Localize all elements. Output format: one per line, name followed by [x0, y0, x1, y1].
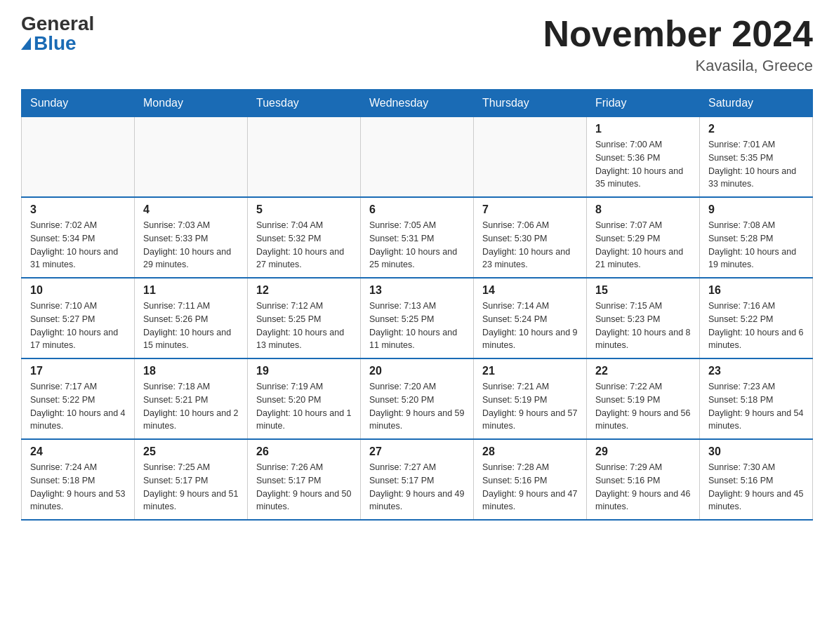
cell-info: Sunrise: 7:19 AM Sunset: 5:20 PM Dayligh…	[256, 380, 352, 433]
calendar-cell: 6Sunrise: 7:05 AM Sunset: 5:31 PM Daylig…	[361, 197, 474, 278]
calendar-cell: 3Sunrise: 7:02 AM Sunset: 5:34 PM Daylig…	[22, 197, 135, 278]
day-number: 21	[482, 365, 578, 377]
day-number: 8	[595, 203, 691, 216]
cell-info: Sunrise: 7:07 AM Sunset: 5:29 PM Dayligh…	[595, 219, 691, 271]
calendar-cell: 5Sunrise: 7:04 AM Sunset: 5:32 PM Daylig…	[248, 197, 361, 278]
day-number: 16	[708, 284, 804, 297]
calendar-cell	[361, 117, 474, 198]
day-number: 3	[30, 203, 126, 216]
calendar-cell: 29Sunrise: 7:29 AM Sunset: 5:16 PM Dayli…	[587, 439, 700, 520]
day-number: 10	[30, 284, 126, 297]
calendar-table: SundayMondayTuesdayWednesdayThursdayFrid…	[21, 89, 813, 521]
cell-info: Sunrise: 7:02 AM Sunset: 5:34 PM Dayligh…	[30, 219, 126, 271]
day-number: 26	[256, 445, 352, 458]
calendar-cell: 11Sunrise: 7:11 AM Sunset: 5:26 PM Dayli…	[135, 278, 248, 358]
calendar-cell: 30Sunrise: 7:30 AM Sunset: 5:16 PM Dayli…	[700, 439, 813, 520]
cell-info: Sunrise: 7:28 AM Sunset: 5:16 PM Dayligh…	[482, 461, 578, 514]
calendar-cell: 1Sunrise: 7:00 AM Sunset: 5:36 PM Daylig…	[587, 117, 700, 198]
day-number: 2	[708, 123, 804, 135]
calendar-cell: 25Sunrise: 7:25 AM Sunset: 5:17 PM Dayli…	[135, 439, 248, 520]
calendar-cell: 9Sunrise: 7:08 AM Sunset: 5:28 PM Daylig…	[700, 197, 813, 278]
day-number: 11	[143, 284, 239, 297]
day-number: 13	[369, 284, 465, 297]
calendar-cell: 17Sunrise: 7:17 AM Sunset: 5:22 PM Dayli…	[22, 358, 135, 439]
day-number: 1	[595, 123, 691, 135]
header: General Blue November 2024 Kavasila, Gre…	[21, 14, 813, 75]
cell-info: Sunrise: 7:16 AM Sunset: 5:22 PM Dayligh…	[708, 300, 804, 352]
calendar-cell: 18Sunrise: 7:18 AM Sunset: 5:21 PM Dayli…	[135, 358, 248, 439]
month-title: November 2024	[543, 14, 813, 54]
cell-info: Sunrise: 7:05 AM Sunset: 5:31 PM Dayligh…	[369, 219, 465, 271]
week-row-4: 17Sunrise: 7:17 AM Sunset: 5:22 PM Dayli…	[22, 358, 813, 439]
cell-info: Sunrise: 7:22 AM Sunset: 5:19 PM Dayligh…	[595, 380, 691, 433]
calendar-header: SundayMondayTuesdayWednesdayThursdayFrid…	[22, 90, 813, 117]
calendar-cell: 2Sunrise: 7:01 AM Sunset: 5:35 PM Daylig…	[700, 117, 813, 198]
cell-info: Sunrise: 7:24 AM Sunset: 5:18 PM Dayligh…	[30, 461, 126, 514]
cell-info: Sunrise: 7:04 AM Sunset: 5:32 PM Dayligh…	[256, 219, 352, 271]
day-number: 25	[143, 445, 239, 458]
day-number: 23	[708, 365, 804, 377]
cell-info: Sunrise: 7:01 AM Sunset: 5:35 PM Dayligh…	[708, 138, 804, 191]
day-number: 9	[708, 203, 804, 216]
week-row-2: 3Sunrise: 7:02 AM Sunset: 5:34 PM Daylig…	[22, 197, 813, 278]
calendar-cell: 23Sunrise: 7:23 AM Sunset: 5:18 PM Dayli…	[700, 358, 813, 439]
header-day-sunday: Sunday	[22, 90, 135, 117]
day-number: 27	[369, 445, 465, 458]
cell-info: Sunrise: 7:26 AM Sunset: 5:17 PM Dayligh…	[256, 461, 352, 514]
day-number: 22	[595, 365, 691, 377]
cell-info: Sunrise: 7:06 AM Sunset: 5:30 PM Dayligh…	[482, 219, 578, 271]
cell-info: Sunrise: 7:29 AM Sunset: 5:16 PM Dayligh…	[595, 461, 691, 514]
week-row-1: 1Sunrise: 7:00 AM Sunset: 5:36 PM Daylig…	[22, 117, 813, 198]
calendar-body: 1Sunrise: 7:00 AM Sunset: 5:36 PM Daylig…	[22, 117, 813, 521]
header-day-friday: Friday	[587, 90, 700, 117]
cell-info: Sunrise: 7:12 AM Sunset: 5:25 PM Dayligh…	[256, 300, 352, 352]
location: Kavasila, Greece	[543, 57, 813, 75]
cell-info: Sunrise: 7:08 AM Sunset: 5:28 PM Dayligh…	[708, 219, 804, 271]
day-number: 20	[369, 365, 465, 377]
day-number: 14	[482, 284, 578, 297]
calendar-cell	[135, 117, 248, 198]
day-number: 7	[482, 203, 578, 216]
logo-triangle-icon	[21, 37, 31, 50]
cell-info: Sunrise: 7:21 AM Sunset: 5:19 PM Dayligh…	[482, 380, 578, 433]
day-number: 6	[369, 203, 465, 216]
calendar-cell: 12Sunrise: 7:12 AM Sunset: 5:25 PM Dayli…	[248, 278, 361, 358]
cell-info: Sunrise: 7:30 AM Sunset: 5:16 PM Dayligh…	[708, 461, 804, 514]
calendar-cell: 16Sunrise: 7:16 AM Sunset: 5:22 PM Dayli…	[700, 278, 813, 358]
calendar-cell: 14Sunrise: 7:14 AM Sunset: 5:24 PM Dayli…	[474, 278, 587, 358]
calendar-cell: 24Sunrise: 7:24 AM Sunset: 5:18 PM Dayli…	[22, 439, 135, 520]
calendar-cell: 26Sunrise: 7:26 AM Sunset: 5:17 PM Dayli…	[248, 439, 361, 520]
calendar-cell	[22, 117, 135, 198]
day-number: 17	[30, 365, 126, 377]
cell-info: Sunrise: 7:18 AM Sunset: 5:21 PM Dayligh…	[143, 380, 239, 433]
day-number: 29	[595, 445, 691, 458]
cell-info: Sunrise: 7:10 AM Sunset: 5:27 PM Dayligh…	[30, 300, 126, 352]
calendar-cell: 22Sunrise: 7:22 AM Sunset: 5:19 PM Dayli…	[587, 358, 700, 439]
day-number: 18	[143, 365, 239, 377]
header-day-thursday: Thursday	[474, 90, 587, 117]
day-number: 15	[595, 284, 691, 297]
calendar-cell: 20Sunrise: 7:20 AM Sunset: 5:20 PM Dayli…	[361, 358, 474, 439]
calendar-cell: 19Sunrise: 7:19 AM Sunset: 5:20 PM Dayli…	[248, 358, 361, 439]
cell-info: Sunrise: 7:13 AM Sunset: 5:25 PM Dayligh…	[369, 300, 465, 352]
calendar-cell: 8Sunrise: 7:07 AM Sunset: 5:29 PM Daylig…	[587, 197, 700, 278]
day-number: 24	[30, 445, 126, 458]
day-number: 30	[708, 445, 804, 458]
cell-info: Sunrise: 7:17 AM Sunset: 5:22 PM Dayligh…	[30, 380, 126, 433]
week-row-3: 10Sunrise: 7:10 AM Sunset: 5:27 PM Dayli…	[22, 278, 813, 358]
calendar-cell: 13Sunrise: 7:13 AM Sunset: 5:25 PM Dayli…	[361, 278, 474, 358]
cell-info: Sunrise: 7:23 AM Sunset: 5:18 PM Dayligh…	[708, 380, 804, 433]
cell-info: Sunrise: 7:11 AM Sunset: 5:26 PM Dayligh…	[143, 300, 239, 352]
calendar-cell	[474, 117, 587, 198]
day-number: 5	[256, 203, 352, 216]
calendar-cell: 10Sunrise: 7:10 AM Sunset: 5:27 PM Dayli…	[22, 278, 135, 358]
logo-general-text: General	[21, 14, 94, 34]
cell-info: Sunrise: 7:20 AM Sunset: 5:20 PM Dayligh…	[369, 380, 465, 433]
cell-info: Sunrise: 7:14 AM Sunset: 5:24 PM Dayligh…	[482, 300, 578, 352]
cell-info: Sunrise: 7:27 AM Sunset: 5:17 PM Dayligh…	[369, 461, 465, 514]
week-row-5: 24Sunrise: 7:24 AM Sunset: 5:18 PM Dayli…	[22, 439, 813, 520]
header-row: SundayMondayTuesdayWednesdayThursdayFrid…	[22, 90, 813, 117]
calendar-cell: 28Sunrise: 7:28 AM Sunset: 5:16 PM Dayli…	[474, 439, 587, 520]
cell-info: Sunrise: 7:03 AM Sunset: 5:33 PM Dayligh…	[143, 219, 239, 271]
logo: General Blue	[21, 14, 94, 53]
